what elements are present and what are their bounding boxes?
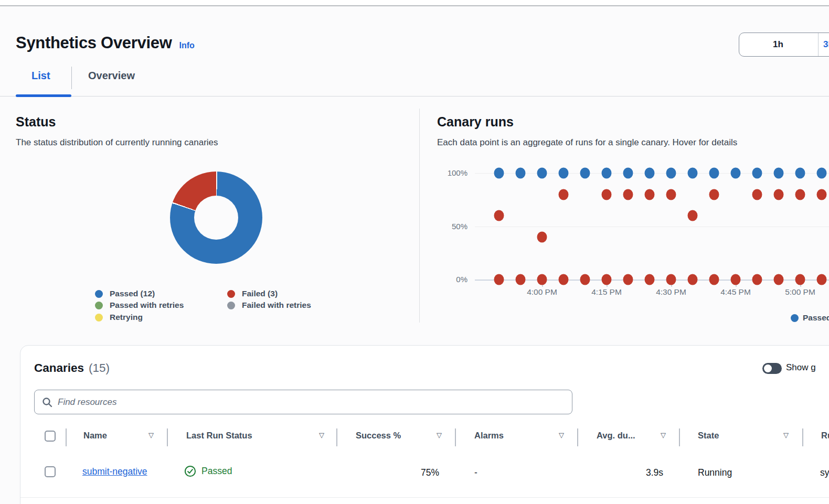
canary-runs-subtitle: Each data point is an aggregate of runs … <box>437 137 737 148</box>
scatter-dot-failed <box>537 274 547 285</box>
scatter-dot-failed <box>795 274 805 285</box>
info-link[interactable]: Info <box>179 41 195 50</box>
x-axis-tick-label: 4:15 PM <box>583 287 630 297</box>
scatter-dot-failed <box>623 274 633 285</box>
column-header-avg-duration[interactable]: Avg. du... <box>597 431 635 441</box>
legend-item-retrying: Retrying <box>95 312 143 323</box>
scatter-dot-passed <box>645 168 655 179</box>
scatter-dot-failed <box>795 189 805 200</box>
column-separator <box>679 428 680 446</box>
legend-item-failed: Failed (3) <box>227 288 278 299</box>
tabs-rule <box>0 96 829 96</box>
scatter-dot-failed <box>645 274 655 285</box>
canaries-card: Canaries (15) Show g Name ▽ Last Run Sta… <box>20 345 829 504</box>
avg-duration-cell: 3.9s <box>577 467 663 478</box>
scatter-dot-passed <box>774 168 784 179</box>
x-axis-tick-label: 4:00 PM <box>518 287 566 297</box>
panel-divider <box>419 109 420 323</box>
time-range-segment-1h[interactable]: 1h <box>739 33 817 56</box>
scatter-dot-failed <box>580 274 590 285</box>
canary-runs-scatter-chart: 100%50%0%4:00 PM4:15 PM4:30 PM4:45 PM5:0… <box>475 163 829 304</box>
scatter-dot-failed <box>731 274 741 285</box>
legend-item-passed-with-retries: Passed with retries <box>95 300 184 310</box>
scatter-dot-failed <box>645 189 655 200</box>
column-header-alarms[interactable]: Alarms <box>474 431 504 441</box>
filter-icon-name[interactable]: ▽ <box>148 431 154 439</box>
last-run-status-cell: Passed <box>184 465 232 477</box>
select-all-checkbox[interactable] <box>45 431 56 442</box>
column-separator <box>66 428 67 446</box>
legend-label: Passed with retries <box>110 301 184 310</box>
y-axis-tick-label: 0% <box>434 275 467 284</box>
search-icon <box>42 397 52 408</box>
legend-dot-passed <box>95 290 103 298</box>
column-separator <box>455 428 456 446</box>
scatter-dot-passed <box>623 168 633 179</box>
filter-icon-success[interactable]: ▽ <box>437 431 442 439</box>
column-separator <box>577 428 578 446</box>
scatter-dot-failed <box>494 274 504 285</box>
y-axis-tick-label: 50% <box>434 222 467 231</box>
time-range-segment-3h[interactable]: 3h <box>819 33 829 56</box>
scatter-dot-failed <box>774 274 784 285</box>
scatter-dot-passed <box>494 168 504 179</box>
success-pct-cell: 75% <box>356 467 439 478</box>
scatter-dot-failed <box>666 274 676 285</box>
tab-list[interactable]: List <box>31 70 50 82</box>
scatter-dot-passed <box>559 168 569 179</box>
scatter-dot-failed <box>688 210 698 221</box>
scatter-legend-label: Passed <box>803 313 829 323</box>
scatter-dot-failed <box>774 189 784 200</box>
canary-name-link[interactable]: submit-negative <box>82 466 147 477</box>
legend-label: Passed (12) <box>110 289 155 298</box>
legend-label: Failed (3) <box>242 289 278 298</box>
scatter-dot-failed <box>752 274 762 285</box>
x-axis-tick-label: 4:30 PM <box>647 287 695 297</box>
scatter-dot-failed <box>817 189 827 200</box>
row-checkbox[interactable] <box>45 466 56 477</box>
scatter-dot-passed <box>752 168 762 179</box>
scatter-legend: Passed <box>791 313 829 323</box>
column-separator <box>167 428 168 446</box>
column-header-last-run-status[interactable]: Last Run Status <box>186 431 252 441</box>
page-title: Synthetics Overview <box>16 34 172 52</box>
column-header-state[interactable]: State <box>698 431 719 441</box>
column-header-runtime[interactable]: Ru <box>821 431 829 441</box>
scatter-dot-passed <box>709 168 719 179</box>
scatter-dot-passed <box>602 168 612 179</box>
check-circle-icon <box>184 465 196 477</box>
filter-icon-avg-duration[interactable]: ▽ <box>661 431 666 439</box>
y-axis-tick-label: 100% <box>434 168 467 177</box>
time-range-control: 1h 3h <box>739 33 829 57</box>
show-groups-toggle-label: Show g <box>786 362 816 373</box>
scatter-dot-failed <box>602 274 612 285</box>
tab-overview[interactable]: Overview <box>88 70 135 82</box>
grid-line <box>475 227 829 227</box>
search-input[interactable] <box>58 397 565 408</box>
tab-divider <box>71 67 72 89</box>
filter-icon-alarms[interactable]: ▽ <box>559 431 564 439</box>
canaries-title: Canaries <box>34 361 84 375</box>
scatter-legend-dot-passed <box>791 314 799 322</box>
scatter-dot-failed <box>623 189 633 200</box>
legend-dot-failed-with-retries <box>227 302 235 309</box>
legend-dot-passed-with-retries <box>95 302 103 309</box>
search-box <box>34 390 572 414</box>
status-panel-subtitle: The status distribution of currently run… <box>16 137 218 148</box>
scatter-dot-failed <box>537 231 547 242</box>
scatter-dot-failed <box>752 189 762 200</box>
status-panel-title: Status <box>16 114 56 130</box>
scatter-dot-passed <box>516 168 526 179</box>
column-header-name[interactable]: Name <box>83 431 107 441</box>
scatter-dot-failed <box>516 274 526 285</box>
scatter-dot-failed <box>494 210 504 221</box>
runtime-cell: syn <box>820 467 829 478</box>
column-header-success[interactable]: Success % <box>356 431 401 441</box>
filter-icon-state[interactable]: ▽ <box>783 431 789 439</box>
scatter-dot-passed <box>666 168 676 179</box>
show-groups-toggle[interactable] <box>762 363 782 374</box>
canary-runs-title: Canary runs <box>437 114 514 130</box>
scatter-dot-passed <box>688 168 698 179</box>
filter-icon-last-run-status[interactable]: ▽ <box>319 431 324 439</box>
canaries-card-header: Canaries (15) <box>34 361 110 375</box>
